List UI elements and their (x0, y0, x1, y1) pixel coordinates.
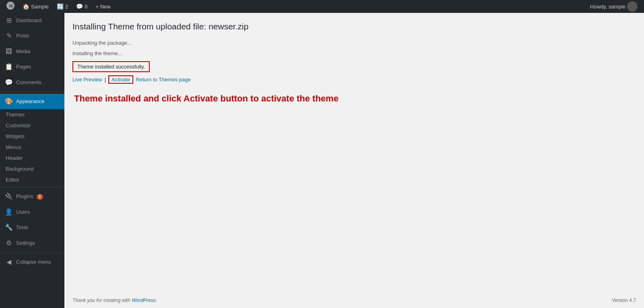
comments-menu-icon: 💬 (5, 78, 13, 87)
comments-button[interactable]: 💬 0 (73, 0, 91, 13)
site-name-label: Sample (31, 4, 49, 10)
sidebar-item-pages[interactable]: 📋 Pages (0, 59, 64, 74)
posts-icon: ✎ (5, 31, 13, 40)
collapse-label: Collapse menu (16, 258, 51, 266)
users-label: Users (16, 209, 30, 216)
footer-thank-you: Thank you for creating with (72, 298, 130, 303)
sidebar: ⊞ Dashboard ✎ Posts 🖼 Media 📋 Pages 💬 Co… (0, 13, 64, 308)
howdy-text: Howdy, sample (590, 4, 625, 10)
pages-icon: 📋 (5, 62, 13, 71)
admin-bar: 🏠 Sample 🔄 2 💬 0 + New Howdy, sample (0, 0, 644, 13)
menus-label: Menus (6, 144, 21, 150)
sidebar-item-tools[interactable]: 🔧 Tools (0, 220, 64, 235)
action-separator: | (105, 76, 106, 83)
appearance-icon: 🎨 (5, 97, 13, 106)
sidebar-item-label: Posts (16, 32, 29, 39)
sidebar-item-label: Dashboard (16, 17, 42, 24)
widgets-label: Widgets (6, 133, 25, 139)
tools-label: Tools (16, 224, 28, 231)
comments-icon: 💬 (76, 3, 83, 10)
log-line-2: Installing the theme... (72, 49, 636, 58)
submenu-item-background[interactable]: Background (0, 163, 64, 174)
return-themes-link[interactable]: Return to Themes page (136, 76, 190, 83)
users-icon: 👤 (5, 208, 13, 217)
updates-icon: 🔄 (57, 3, 64, 10)
media-icon: 🖼 (5, 47, 13, 56)
success-message-box: Theme installed successfully. (72, 61, 150, 72)
submenu-item-menus[interactable]: Menus (0, 142, 64, 153)
sidebar-item-appearance[interactable]: 🎨 Appearance (0, 94, 64, 109)
sidebar-item-settings[interactable]: ⚙ Settings (0, 236, 64, 251)
sidebar-item-label: Appearance (16, 98, 44, 105)
wordpress-link[interactable]: WordPress (132, 298, 155, 303)
sidebar-item-dashboard[interactable]: ⊞ Dashboard (0, 13, 64, 28)
sidebar-item-users[interactable]: 👤 Users (0, 205, 64, 220)
sidebar-item-media[interactable]: 🖼 Media (0, 44, 64, 59)
submenu-item-header[interactable]: Header (0, 153, 64, 163)
home-icon: 🏠 (23, 3, 29, 10)
new-label: + New (96, 4, 111, 10)
install-log: Unpacking the package... Installing the … (72, 38, 636, 58)
howdy-button[interactable]: Howdy, sample (587, 0, 641, 13)
sidebar-item-label: Pages (16, 63, 31, 70)
header-label: Header (6, 155, 23, 161)
version-info: Version 4.7 (612, 298, 636, 303)
background-label: Background (6, 166, 33, 172)
plugins-label: Plugins (16, 193, 33, 200)
settings-label: Settings (16, 240, 35, 247)
collapse-menu-button[interactable]: ◀ Collapse menu (0, 254, 64, 270)
sidebar-item-label: Media (16, 48, 30, 55)
live-preview-link[interactable]: Live Preview (72, 76, 102, 83)
submenu-item-customize[interactable]: Customize (0, 120, 64, 131)
comments-count: 0 (85, 4, 87, 10)
submenu-item-editor[interactable]: Editor (0, 174, 64, 185)
user-avatar (627, 1, 638, 12)
wp-logo-button[interactable] (3, 0, 18, 13)
log-line-1: Unpacking the package... (72, 38, 636, 48)
sidebar-item-posts[interactable]: ✎ Posts (0, 28, 64, 43)
sidebar-item-label: Comments (16, 79, 41, 86)
footer-credit: Thank you for creating with WordPress. (72, 298, 157, 303)
plugins-icon: 🔌 (5, 192, 13, 201)
sidebar-item-plugins[interactable]: 🔌 Plugins 2 (0, 189, 64, 204)
editor-label: Editor (6, 177, 19, 183)
submenu-item-widgets[interactable]: Widgets (0, 131, 64, 142)
updates-count: 2 (65, 4, 68, 10)
action-links: Live Preview | Activate Return to Themes… (72, 75, 636, 84)
success-message-text: Theme installed successfully. (77, 64, 145, 70)
activate-button[interactable]: Activate (108, 75, 133, 84)
updates-button[interactable]: 🔄 2 (54, 0, 71, 13)
main-content: Installing Theme from uploaded file: new… (64, 13, 644, 308)
page-title: Installing Theme from uploaded file: new… (72, 21, 636, 32)
settings-icon: ⚙ (5, 239, 13, 248)
sidebar-item-comments[interactable]: 💬 Comments (0, 75, 64, 90)
collapse-icon: ◀ (5, 258, 13, 267)
new-content-button[interactable]: + New (93, 0, 114, 13)
tools-icon: 🔧 (5, 223, 13, 232)
admin-footer: Thank you for creating with WordPress. V… (64, 293, 644, 308)
dashboard-icon: ⊞ (5, 16, 13, 25)
plugins-badge: 2 (37, 194, 43, 200)
site-name-button[interactable]: 🏠 Sample (19, 0, 52, 13)
wp-logo-icon (6, 2, 14, 12)
annotation-text: Theme installed and click Activate butto… (74, 93, 636, 104)
themes-label: Themes (6, 112, 25, 118)
customize-label: Customize (6, 122, 30, 128)
submenu-item-themes[interactable]: Themes (0, 109, 64, 120)
